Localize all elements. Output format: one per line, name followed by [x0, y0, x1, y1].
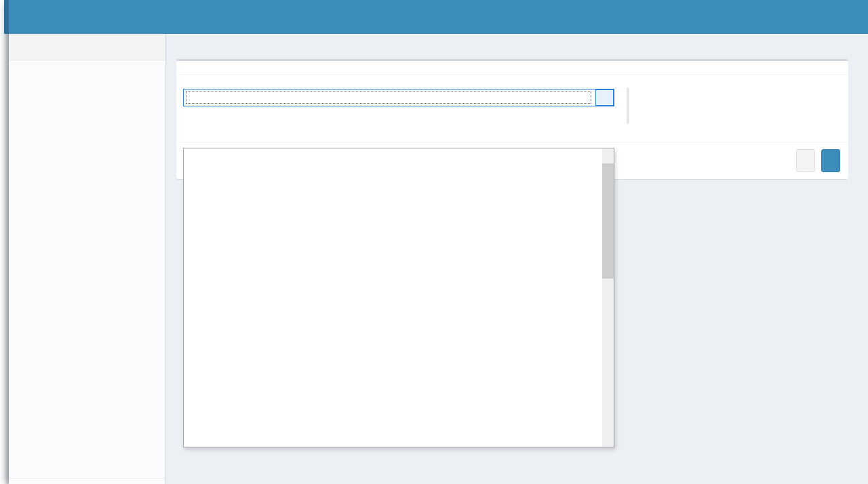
select-open-dropdown: [183, 148, 614, 447]
ressourcentyp-select[interactable]: [183, 89, 614, 106]
sidebar-expanded-section: [9, 34, 165, 60]
help-callout: [627, 87, 640, 124]
sidebar-section-label: [9, 35, 165, 50]
scrollbar-thumb[interactable]: [602, 163, 614, 279]
window-edge-shadow: [4, 34, 9, 484]
submit-button[interactable]: [821, 149, 840, 172]
main-content: [166, 34, 868, 484]
top-navbar: [9, 0, 868, 34]
dropdown-scrollbar[interactable]: [602, 148, 614, 447]
sidebar: [9, 34, 166, 484]
select-dropdown-button[interactable]: [595, 89, 614, 106]
window-edge: [4, 0, 9, 34]
focus-ring: [186, 92, 591, 104]
scroll-up-button[interactable]: [602, 148, 614, 161]
form-column: [183, 82, 614, 124]
cancel-button[interactable]: [796, 149, 815, 172]
help-text: [629, 87, 640, 124]
app-window: [9, 0, 868, 484]
navbar-right: [738, 7, 868, 27]
sidebar-divider: [9, 478, 165, 479]
content-header: [166, 34, 868, 52]
card-body: [176, 75, 848, 142]
scroll-down-button[interactable]: [602, 435, 614, 447]
user-avatar[interactable]: [783, 7, 803, 27]
card-header: [176, 61, 848, 75]
